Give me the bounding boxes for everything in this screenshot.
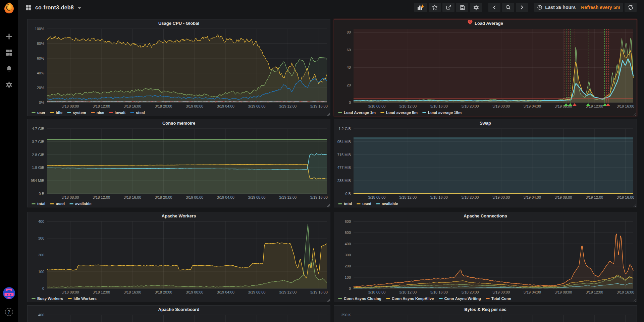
legend-item[interactable]: used <box>50 202 65 206</box>
svg-text:500: 500 <box>345 231 351 235</box>
add-panel-button[interactable] <box>414 3 427 12</box>
legend-item[interactable]: Load Average 1m <box>338 111 376 115</box>
legend-color-swatch <box>130 112 134 113</box>
svg-text:3/18 20:00: 3/18 20:00 <box>155 104 172 108</box>
panel-resize-handle[interactable] <box>634 299 636 302</box>
alerting-bell-icon[interactable] <box>5 64 13 73</box>
legend-color-swatch <box>32 298 36 299</box>
apache-scoreboard-chart[interactable]: 40030020010003/18 08:003/18 12:003/18 16… <box>28 313 330 322</box>
memory-chart[interactable]: 0 B954 MiB1.9 GiB2.8 GiB3.7 GiB4.7 GiB3/… <box>28 127 330 200</box>
svg-text:3/18 12:00: 3/18 12:00 <box>399 290 417 294</box>
legend-color-swatch <box>338 298 342 299</box>
legend-item[interactable]: system <box>67 111 86 115</box>
svg-text:2.8 GiB: 2.8 GiB <box>32 153 44 157</box>
legend-item[interactable]: nice <box>91 111 104 115</box>
legend-item[interactable]: total <box>338 202 352 206</box>
grafana-logo[interactable] <box>2 0 16 15</box>
panel-apache-connections: Apache Connections 01002003004005006003/… <box>334 212 637 302</box>
dashboard-title-button[interactable]: co-front3-deb8 <box>18 4 81 11</box>
svg-text:3/19 08:00: 3/19 08:00 <box>248 195 266 199</box>
help-icon[interactable]: ? <box>5 308 13 316</box>
panel-header[interactable]: Usage CPU - Global <box>28 19 330 27</box>
svg-text:3/19 04:00: 3/19 04:00 <box>217 290 234 294</box>
panel-header[interactable]: Apache Connections <box>334 212 637 219</box>
time-picker-button[interactable]: Last 36 hours Refresh every 5m <box>534 3 623 12</box>
legend-item[interactable]: idle <box>50 111 62 115</box>
settings-gear-button[interactable] <box>470 3 482 12</box>
legend-item[interactable]: Busy Workers <box>32 297 63 301</box>
clock-icon <box>537 5 542 10</box>
panel-header[interactable]: Swap <box>334 119 637 127</box>
svg-text:250 K: 250 K <box>341 313 351 317</box>
chevron-down-icon <box>78 7 81 9</box>
panel-resize-handle[interactable] <box>327 113 330 116</box>
dashboard-grid-icon <box>25 4 32 11</box>
svg-text:80: 80 <box>347 30 351 34</box>
load-average-chart[interactable]: 0204060803/18 08:003/18 12:003/18 16:003… <box>334 27 637 109</box>
svg-text:200: 200 <box>345 264 351 268</box>
panel-resize-handle[interactable] <box>327 204 330 207</box>
panel-header[interactable]: Bytes & Req per sec <box>334 306 637 313</box>
legend-item[interactable]: Load average 15m <box>422 111 462 115</box>
time-back-button[interactable] <box>488 3 500 12</box>
panel-header[interactable]: Apache Workers <box>28 212 330 219</box>
dashboards-grid-icon[interactable] <box>5 48 13 57</box>
legend-item[interactable]: Conn Async Closing <box>338 297 381 301</box>
legend-label: Idle Workers <box>73 297 97 301</box>
legend-item[interactable]: total <box>32 202 45 206</box>
legend-item[interactable]: iowait <box>109 111 126 115</box>
navbar: co-front3-deb8 <box>18 0 644 15</box>
svg-text:238 MiB: 238 MiB <box>337 179 351 183</box>
swap-chart[interactable]: 0 B238 MiB477 MiB715 MiB954 MiB1.2 GiB3/… <box>334 127 637 200</box>
svg-text:954 MiB: 954 MiB <box>31 179 44 183</box>
dashboard-grid: Usage CPU - Global 0%20%40%60%80%100%3/1… <box>18 15 644 322</box>
svg-text:3/19 04:00: 3/19 04:00 <box>217 195 234 199</box>
panel-title: Apache Workers <box>162 213 196 218</box>
time-forward-button[interactable] <box>516 3 528 12</box>
panel-resize-handle[interactable] <box>327 299 330 302</box>
panel-load-average: Load Average 0204060803/18 08:003/18 12:… <box>334 19 637 116</box>
refresh-button[interactable] <box>625 3 637 12</box>
legend-label: Total Conn <box>491 297 511 301</box>
dashboard-title: co-front3-deb8 <box>35 5 74 11</box>
grafana-flame-icon <box>3 2 15 14</box>
legend-item[interactable]: available <box>376 202 398 206</box>
apache-workers-chart[interactable]: 01002003004003/18 08:003/18 12:003/18 16… <box>28 219 330 295</box>
help-glyph: ? <box>8 309 10 315</box>
alert-broken-heart-icon <box>468 20 473 26</box>
legend-item[interactable]: steal <box>130 111 145 115</box>
svg-text:3/18 12:00: 3/18 12:00 <box>399 104 417 108</box>
panel-resize-handle[interactable] <box>634 113 636 116</box>
legend-item[interactable]: used <box>357 202 371 206</box>
apache-connections-chart[interactable]: 01002003004005006003/18 08:003/18 12:003… <box>334 219 637 295</box>
panel-header[interactable]: Conso mémoire <box>28 119 330 127</box>
create-plus-icon[interactable] <box>5 32 13 41</box>
legend-item[interactable]: Total Conn <box>486 297 511 301</box>
configuration-gear-icon[interactable] <box>5 80 13 89</box>
svg-text:477 MiB: 477 MiB <box>337 166 351 170</box>
bytes-req-chart[interactable]: 250 K125 K03/18 08:003/18 12:003/18 16:0… <box>334 313 637 322</box>
panel-usage-cpu: Usage CPU - Global 0%20%40%60%80%100%3/1… <box>27 19 330 116</box>
legend-item[interactable]: Load average 5m <box>380 111 418 115</box>
legend-label: Conn Async Writing <box>444 297 481 301</box>
legend-label: nice <box>97 111 104 115</box>
legend-item[interactable]: Idle Workers <box>68 297 97 301</box>
cpu-chart[interactable]: 0%20%40%60%80%100%3/18 08:003/18 12:003/… <box>28 27 330 109</box>
save-button[interactable] <box>456 3 468 12</box>
user-avatar[interactable] <box>3 287 15 301</box>
legend-item[interactable]: available <box>69 202 92 206</box>
svg-text:20%: 20% <box>37 86 44 90</box>
panel-apache-workers: Apache Workers 01002003004003/18 08:003/… <box>27 212 330 302</box>
panel-header[interactable]: Load Average <box>334 19 637 27</box>
legend-item[interactable]: Conn Async KeepAlive <box>386 297 434 301</box>
zoom-out-button[interactable] <box>502 3 514 12</box>
panel-header[interactable]: Apache Scoreboard <box>28 306 330 313</box>
svg-text:100%: 100% <box>35 27 44 31</box>
legend-item[interactable]: user <box>32 111 45 115</box>
share-button[interactable] <box>442 3 454 12</box>
panel-resize-handle[interactable] <box>634 204 636 207</box>
star-button[interactable] <box>429 3 441 12</box>
svg-text:3.7 GiB: 3.7 GiB <box>32 140 44 144</box>
legend-item[interactable]: Conn Async Writing <box>439 297 481 301</box>
svg-text:20: 20 <box>347 83 351 87</box>
